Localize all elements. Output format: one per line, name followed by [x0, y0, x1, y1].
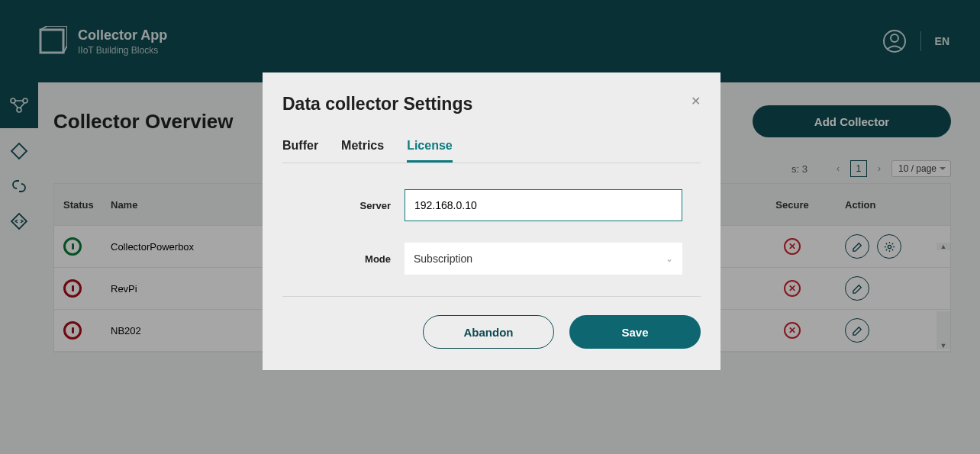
- mode-value: Subscription: [414, 253, 472, 265]
- settings-modal: Data collector Settings ✕ Buffer Metrics…: [263, 72, 720, 370]
- tab-license[interactable]: License: [407, 139, 453, 163]
- license-form: Server Mode Subscription ⌄: [282, 163, 701, 297]
- server-label: Server: [301, 200, 405, 211]
- server-input[interactable]: [405, 189, 682, 221]
- chevron-down-icon: ⌄: [666, 253, 673, 264]
- modal-tabs: Buffer Metrics License: [282, 139, 701, 163]
- tab-buffer[interactable]: Buffer: [282, 139, 318, 163]
- save-button[interactable]: Save: [569, 315, 701, 349]
- mode-label: Mode: [301, 253, 405, 265]
- modal-title: Data collector Settings: [282, 94, 472, 114]
- mode-select[interactable]: Subscription ⌄: [405, 243, 682, 275]
- abandon-button[interactable]: Abandon: [423, 315, 554, 349]
- tab-metrics[interactable]: Metrics: [341, 139, 384, 163]
- modal-actions: Abandon Save: [282, 297, 701, 349]
- close-icon[interactable]: ✕: [691, 94, 701, 108]
